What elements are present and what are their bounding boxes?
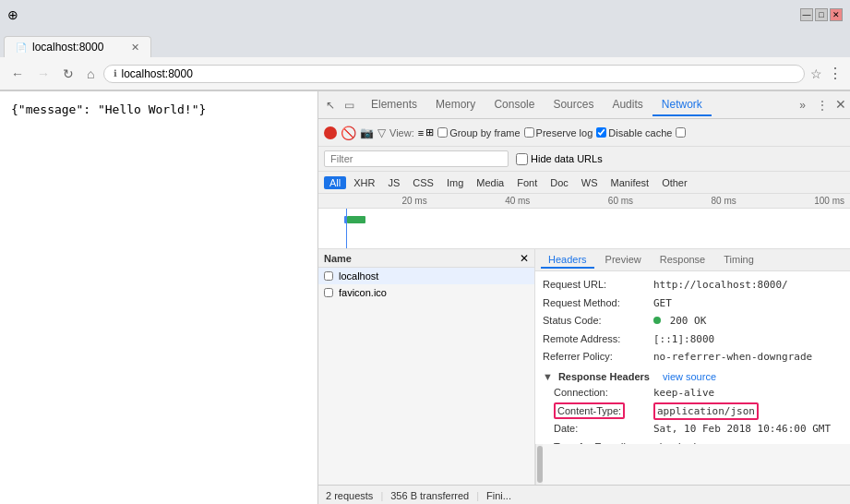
status-code-row: Status Code: 200 OK (543, 313, 843, 330)
type-font-button[interactable]: Font (511, 176, 543, 189)
page-content: {"message": "Hello World!"} (0, 91, 317, 504)
referrer-policy-label: Referrer Policy: (543, 349, 653, 366)
detail-content: Request URL: http://localhost:8000/ Requ… (535, 271, 850, 444)
preserve-log-checkbox[interactable]: Preserve log (524, 127, 593, 138)
close-detail-button[interactable]: ✕ (520, 252, 529, 265)
date-label: Date: (543, 421, 653, 438)
reload-button[interactable]: ↻ (59, 65, 78, 83)
home-button[interactable]: ⌂ (83, 65, 98, 83)
request-item-favicon[interactable]: favicon.ico (318, 284, 534, 301)
close-button[interactable]: ✕ (830, 8, 843, 21)
devtools-close-button[interactable]: ✕ (835, 97, 846, 114)
clear-button[interactable]: 🚫 (341, 126, 356, 140)
hide-data-urls-checkbox[interactable]: Hide data URLs (516, 153, 603, 165)
content-type-row: Content-Type: application/json (543, 403, 843, 420)
connection-label: Connection: (543, 385, 653, 402)
back-button[interactable]: ← (7, 65, 28, 83)
type-doc-button[interactable]: Doc (545, 176, 574, 189)
devtools-settings-button[interactable]: ⋮ (813, 97, 832, 114)
tab-icon: 📄 (16, 42, 27, 53)
grid-view-button[interactable]: ⊞ (425, 126, 434, 138)
group-by-frame-input[interactable] (437, 127, 448, 138)
forward-button[interactable]: → (33, 65, 54, 83)
timeline-marker-5: 100 ms (814, 196, 844, 206)
tab-elements[interactable]: Elements (362, 94, 426, 116)
disable-cache-label: Disable cache (608, 127, 672, 138)
transfer-encoding-row: Transfer-Encoding: chunked (543, 439, 843, 444)
view-label: View: (389, 127, 414, 138)
browser-tab[interactable]: 📄 localhost:8000 ✕ (4, 36, 151, 57)
more-tabs-button[interactable]: » (796, 97, 809, 114)
lock-icon: ℹ (114, 68, 117, 78)
remote-address-row: Remote Address: [::1]:8000 (543, 331, 843, 348)
scroll-indicator[interactable] (535, 444, 543, 485)
disable-cache-input[interactable] (596, 127, 606, 138)
view-source-link[interactable]: view source (663, 371, 716, 382)
timeline-marker-1: 20 ms (401, 196, 426, 206)
request-method-value: GET (653, 295, 672, 312)
device-toolbar-button[interactable]: ▭ (341, 97, 358, 114)
tab-console[interactable]: Console (485, 94, 544, 116)
network-status-bar: 2 requests | 356 B transferred | Fini... (318, 485, 850, 504)
scroll-thumb[interactable] (537, 446, 543, 483)
date-value: Sat, 10 Feb 2018 10:46:00 GMT (653, 421, 831, 438)
type-manifest-button[interactable]: Manifest (605, 176, 655, 189)
detail-tab-timing[interactable]: Timing (716, 252, 761, 269)
remote-address-label: Remote Address: (543, 331, 653, 348)
extra-checkbox[interactable] (676, 127, 686, 138)
timeline-area: 20 ms 40 ms 60 ms 80 ms 100 ms (318, 194, 850, 249)
tab-network[interactable]: Network (652, 94, 712, 116)
maximize-button[interactable]: □ (815, 8, 828, 21)
inspect-element-button[interactable]: ↖ (322, 97, 339, 114)
request-checkbox-localhost[interactable] (324, 271, 333, 281)
group-by-frame-checkbox[interactable]: Group by frame (437, 127, 520, 138)
screenshot-button[interactable]: 📷 (360, 126, 374, 139)
request-method-row: Request Method: GET (543, 295, 843, 312)
type-js-button[interactable]: JS (382, 176, 405, 189)
tab-sources[interactable]: Sources (544, 94, 603, 116)
type-other-button[interactable]: Other (656, 176, 693, 189)
response-headers-label: Response Headers (558, 371, 650, 382)
timeline-bar-2 (347, 216, 365, 223)
type-ws-button[interactable]: WS (576, 176, 604, 189)
tab-audits[interactable]: Audits (603, 94, 652, 116)
type-xhr-button[interactable]: XHR (348, 176, 380, 189)
type-filter-bar: All XHR JS CSS Img Media Font Doc WS Man… (318, 172, 850, 194)
request-checkbox-favicon[interactable] (324, 288, 333, 297)
referrer-policy-row: Referrer Policy: no-referrer-when-downgr… (543, 349, 843, 366)
address-text: localhost:8000 (121, 67, 192, 80)
timeline-marker-3: 60 ms (608, 196, 633, 206)
address-bar[interactable]: ℹ localhost:8000 (103, 65, 805, 83)
minimize-button[interactable]: — (800, 8, 813, 21)
filter-row: Hide data URLs (318, 147, 850, 172)
detail-tab-headers[interactable]: Headers (541, 252, 594, 269)
detail-tab-preview[interactable]: Preview (598, 252, 649, 269)
request-item-localhost[interactable]: localhost (318, 268, 534, 284)
type-all-button[interactable]: All (324, 176, 346, 189)
response-headers-arrow: ▼ (543, 371, 553, 382)
group-by-frame-label: Group by frame (449, 127, 520, 138)
type-img-button[interactable]: Img (441, 176, 469, 189)
hide-data-urls-input[interactable] (516, 153, 528, 165)
preserve-log-input[interactable] (524, 127, 534, 138)
request-name-favicon: favicon.ico (339, 287, 387, 298)
more-button[interactable]: ⋮ (828, 65, 843, 82)
name-column-header: Name (324, 253, 352, 264)
type-media-button[interactable]: Media (471, 176, 509, 189)
filter-button[interactable]: ▽ (377, 126, 386, 139)
main-area: {"message": "Hello World!"} ↖ ▭ Elements… (0, 91, 850, 504)
tab-memory[interactable]: Memory (426, 94, 485, 116)
record-button[interactable] (324, 126, 337, 139)
detail-tabs: Headers Preview Response Timing (535, 249, 850, 271)
filter-input[interactable] (324, 150, 509, 167)
window-controls[interactable]: — □ ✕ (800, 8, 843, 21)
request-url-label: Request URL: (543, 277, 653, 294)
tab-close-button[interactable]: ✕ (131, 42, 139, 54)
disable-cache-checkbox[interactable]: Disable cache (596, 127, 672, 138)
view-icons: ≡ ⊞ (418, 126, 434, 138)
detail-tab-response[interactable]: Response (652, 252, 713, 269)
list-view-button[interactable]: ≡ (418, 126, 424, 138)
content-type-label: Content-Type: (543, 403, 653, 420)
bookmark-icon[interactable]: ☆ (810, 66, 822, 81)
type-css-button[interactable]: CSS (407, 176, 439, 189)
